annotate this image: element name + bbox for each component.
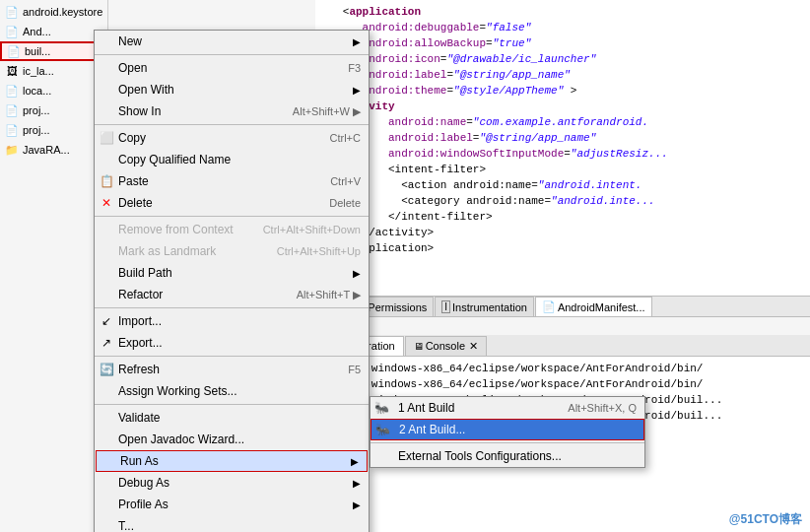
file-item-folder[interactable]: 📁 JavaRA... [0,140,107,160]
menu-item-run-as[interactable]: Run As ▶ [96,450,368,472]
code-line: android:allowBackup="true" [323,35,802,51]
menu-separator [95,356,369,357]
file-item-selected[interactable]: 📄 buil... [0,41,107,61]
code-line: android:debuggable="false" [323,20,802,35]
code-line: ivity [323,99,802,114]
submenu-arrow-icon: ▶ [353,268,361,279]
submenu-label: 2 Ant Build... [399,423,465,436]
menu-label: Paste [118,174,149,188]
ant-icon: 🐜 [374,401,389,415]
console-line: ...ndle-windows-x86_64/eclipse/workspace… [319,376,806,392]
export-icon: ↗ [99,335,114,351]
menu-item-copy-qualified[interactable]: Copy Qualified Name [95,149,369,170]
menu-item-show-in[interactable]: Show In Alt+Shift+W ▶ [95,100,369,122]
code-line: android:icon="@drawable/ic_launcher" [323,51,802,67]
close-icon[interactable]: ✕ [469,340,478,353]
console-icon: 🖥 [414,341,424,352]
file-item[interactable]: 🖼 ic_la... [0,61,107,81]
file-icon: 📄 [4,4,20,20]
menu-separator [95,307,369,308]
context-menu: New ▶ Open F3 Open With ▶ Show In Alt+Sh… [94,30,370,532]
submenu-arrow-icon: ▶ [353,85,361,96]
tab-console[interactable]: 🖥 Console ✕ [405,336,487,356]
menu-item-new[interactable]: New ▶ [95,31,369,52]
console-line: ...ndle-windows-x86_64/eclipse/workspace… [319,361,806,376]
ant-icon: 🐜 [375,423,390,436]
paste-icon: 📋 [99,173,114,189]
manifest-icon: 📄 [542,300,556,313]
menu-shortcut: Ctrl+C [330,132,361,144]
submenu-item-ant-build-dotdot[interactable]: 🐜 2 Ant Build... [371,419,644,440]
menu-item-open[interactable]: Open F3 [95,57,369,79]
code-line: android:windowSoftInputMode="adjustResiz… [323,146,802,162]
submenu-arrow-icon: ▶ [351,456,359,467]
menu-item-build-path[interactable]: Build Path ▶ [95,262,369,284]
menu-label: Debug As [118,476,169,490]
menu-label: Refresh [118,363,160,376]
code-line: android:label="@string/app_name" [323,130,802,146]
code-line: android:theme="@style/AppTheme" > [323,83,802,99]
submenu-separator [371,442,644,443]
file-icon: 📄 [4,122,20,138]
menu-item-export[interactable]: ↗ Export... [95,332,369,354]
menu-shortcut: Ctrl+V [330,175,361,187]
file-icon: 🖼 [4,63,20,79]
tab-label: AndroidManifest... [558,301,645,313]
submenu-label: 1 Ant Build [398,401,454,415]
file-item[interactable]: 📄 loca... [0,81,107,100]
file-item[interactable]: 📄 android.keystore [0,2,107,22]
submenu-item-ant-build[interactable]: 🐜 1 Ant Build Alt+Shift+X, Q [371,397,644,419]
menu-item-import[interactable]: ↙ Import... [95,310,369,332]
menu-item-delete[interactable]: ✕ Delete Delete [95,192,369,214]
menu-item-profile-as[interactable]: Profile As ▶ [95,494,369,515]
menu-label: T... [118,519,134,532]
menu-item-refactor[interactable]: Refactor Alt+Shift+T ▶ [95,284,369,305]
menu-label: Export... [118,336,163,350]
file-icon: 📄 [4,83,20,99]
tab-androidmanifest[interactable]: 📄 AndroidManifest... [535,297,652,316]
code-line: <action android:name="android.intent. [323,177,802,193]
menu-item-open-with[interactable]: Open With ▶ [95,79,369,100]
menu-item-copy[interactable]: ⬜ Copy Ctrl+C [95,127,369,149]
menu-shortcut: Ctrl+Alt+Shift+Down [263,224,361,235]
code-line: <application [323,4,802,20]
menu-shortcut: F5 [348,364,361,375]
menu-item-javadoc[interactable]: Open Javadoc Wizard... [95,429,369,450]
file-icon: 📄 [4,24,20,39]
menu-item-working-sets[interactable]: Assign Working Sets... [95,380,369,402]
code-line: </ion> [323,256,802,272]
file-item[interactable]: 📄 And... [0,22,107,41]
menu-item-remove-context: Remove from Context Ctrl+Alt+Shift+Down [95,219,369,240]
tab-instrumentation[interactable]: I Instrumentation [435,297,534,316]
menu-item-t[interactable]: T... [95,515,369,532]
menu-label: Mark as Landmark [118,244,216,258]
file-icon: 📄 [4,102,20,118]
menu-label: Open With [118,83,174,97]
tab-label: Instrumentation [452,301,527,313]
menu-shortcut: Delete [329,197,361,209]
menu-shortcut: Ctrl+Alt+Shift+Up [277,245,361,257]
menu-item-refresh[interactable]: 🔄 Refresh F5 [95,359,369,380]
menu-item-debug-as[interactable]: Debug As ▶ [95,472,369,494]
file-item[interactable]: 📄 proj... [0,120,107,140]
menu-separator [95,54,369,55]
menu-separator [95,216,369,217]
decl-tab-bar: 📋 Declaration 🖥 Console ✕ [315,335,810,357]
menu-label: Open Javadoc Wizard... [118,432,244,446]
menu-separator [95,124,369,125]
menu-label: Remove from Context [118,223,234,236]
menu-item-validate[interactable]: Validate [95,407,369,429]
code-line: android:label="@string/app_name" [323,67,802,83]
code-line: </activity> [323,225,802,240]
menu-label: Build Path [118,266,172,280]
delete-icon: ✕ [99,195,114,211]
menu-item-paste[interactable]: 📋 Paste Ctrl+V [95,170,369,192]
submenu-item-external-tools[interactable]: External Tools Configurations... [371,445,644,467]
menu-label: Open [118,61,147,75]
menu-label: Copy [118,131,146,145]
file-item[interactable]: 📄 proj... [0,100,107,120]
submenu-arrow-icon: ▶ [353,478,361,489]
submenu-arrow-icon: ▶ [353,36,361,47]
menu-label: Profile As [118,498,169,511]
menu-shortcut: F3 [348,62,361,74]
